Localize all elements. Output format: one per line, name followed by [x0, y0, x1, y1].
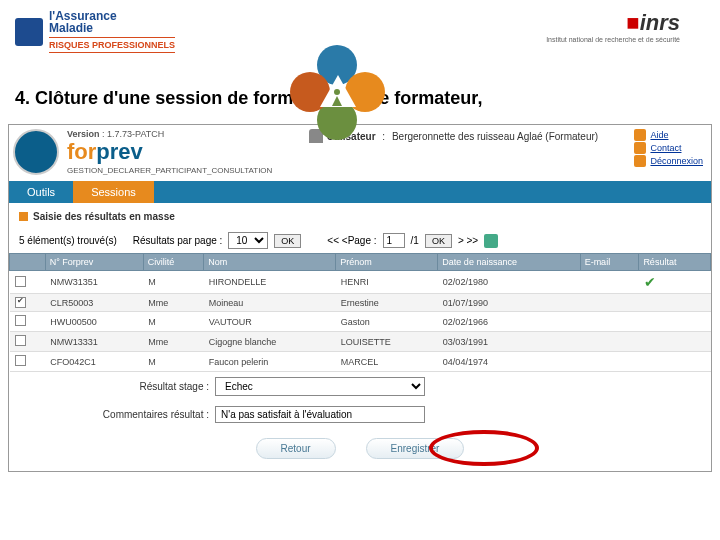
link-contact[interactable]: Contact: [650, 143, 681, 153]
table-row: NMW31351MHIRONDELLEHENRI02/02/1980✔: [10, 271, 711, 294]
per-page-select[interactable]: 10: [228, 232, 268, 249]
tab-bar: Outils Sessions: [9, 181, 711, 203]
pager-input[interactable]: [383, 233, 405, 248]
help-icon: [634, 129, 646, 141]
row-checkbox[interactable]: [15, 355, 26, 366]
table-row: HWU00500MVAUTOURGaston02/02/1966: [10, 312, 711, 332]
pager-ok-button[interactable]: OK: [425, 234, 452, 248]
link-aide[interactable]: Aide: [650, 130, 668, 140]
list-controls: 5 élément(s) trouvé(s) Résultats par pag…: [9, 228, 711, 253]
check-icon: ✔: [644, 274, 656, 290]
bullet-icon: [19, 212, 28, 221]
logo-assurance-maladie: l'AssuranceMaladie Risques Professionnel…: [15, 10, 175, 53]
comment-input[interactable]: [215, 406, 425, 423]
row-checkbox[interactable]: [15, 276, 26, 287]
col-header[interactable]: N° Forprev: [45, 254, 143, 271]
retour-button[interactable]: Retour: [256, 438, 336, 459]
row-checkbox[interactable]: [15, 315, 26, 326]
comment-row: Commentaires résultat :: [9, 401, 711, 428]
app-brand: forprev: [67, 139, 272, 165]
col-header[interactable]: Prénom: [336, 254, 438, 271]
header-links: Aide Contact Déconnexion: [634, 129, 703, 168]
breadcrumb: GESTION_DECLARER_PARTICIPANT_CONSULTATIO…: [67, 166, 272, 175]
am-text: l'AssuranceMaladie: [49, 10, 175, 34]
resultat-label: Résultat stage :: [19, 381, 209, 392]
col-header[interactable]: E-mail: [580, 254, 639, 271]
count-label: 5 élément(s) trouvé(s): [19, 235, 117, 246]
col-header[interactable]: Civilité: [143, 254, 203, 271]
am-icon: [15, 18, 43, 46]
comment-label: Commentaires résultat :: [19, 409, 209, 420]
col-header[interactable]: Nom: [204, 254, 336, 271]
logo-inrs: ■inrs Institut national de recherche et …: [546, 10, 680, 43]
am-subtitle: Risques Professionnels: [49, 37, 175, 53]
enregistrer-button[interactable]: Enregistrer: [366, 438, 465, 459]
row-checkbox[interactable]: [15, 297, 26, 308]
row-checkbox[interactable]: [15, 335, 26, 346]
app-logo-globe-icon: [13, 129, 59, 175]
results-table: N° ForprevCivilitéNomPrénomDate de naiss…: [9, 253, 711, 372]
app-window: Version : 1.7.73-PATCH forprev GESTION_D…: [8, 124, 712, 472]
tab-sessions[interactable]: Sessions: [73, 181, 154, 203]
per-page-label: Résultats par page :: [133, 235, 223, 246]
pager-next[interactable]: > >>: [458, 235, 478, 246]
section-title: Saisie des résultats en masse: [9, 203, 711, 228]
per-page-ok-button[interactable]: OK: [274, 234, 301, 248]
table-row: CFO042C1MFaucon pelerinMARCEL04/04/1974: [10, 352, 711, 372]
decorative-flower-icon: [290, 45, 385, 140]
table-row: CLR50003MmeMoineauErnestine01/07/1990: [10, 294, 711, 312]
link-deconnexion[interactable]: Déconnexion: [650, 156, 703, 166]
button-bar: Retour Enregistrer: [9, 428, 711, 471]
table-row: NMW13331MmeCigogne blancheLOUISETTE03/03…: [10, 332, 711, 352]
col-header[interactable]: [10, 254, 46, 271]
pager-prev[interactable]: << <Page :: [327, 235, 376, 246]
col-header[interactable]: Date de naissance: [438, 254, 580, 271]
resultat-select[interactable]: Echec: [215, 377, 425, 396]
version-label: Version : 1.7.73-PATCH: [67, 129, 272, 139]
tab-outils[interactable]: Outils: [9, 181, 73, 203]
resultat-row: Résultat stage : Echec: [9, 372, 711, 401]
pager-total: /1: [411, 235, 419, 246]
col-header[interactable]: Résultat: [639, 254, 711, 271]
logout-icon: [634, 155, 646, 167]
contact-icon: [634, 142, 646, 154]
refresh-icon[interactable]: [484, 234, 498, 248]
